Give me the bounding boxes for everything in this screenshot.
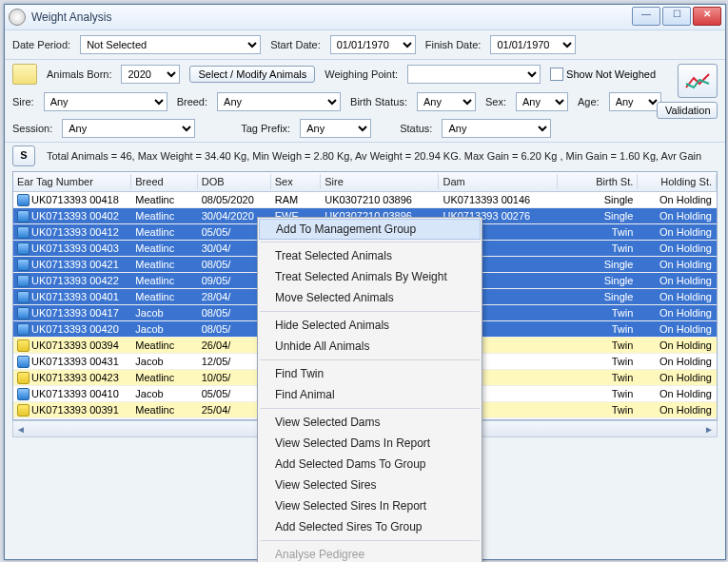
- tag-icon: [17, 356, 30, 368]
- col-sex[interactable]: Sex: [271, 174, 321, 189]
- tag-icon: [17, 291, 30, 303]
- sex-label: Sex:: [485, 96, 506, 107]
- start-date-select[interactable]: 01/01/1970: [330, 35, 416, 54]
- app-icon: [9, 9, 26, 26]
- tag-icon: [17, 259, 30, 271]
- menu-find-animal[interactable]: Find Animal: [258, 384, 482, 405]
- finish-date-label: Finish Date:: [425, 39, 482, 50]
- chart-button[interactable]: [678, 64, 718, 98]
- close-button[interactable]: ✕: [693, 7, 721, 26]
- start-date-label: Start Date:: [270, 39, 321, 50]
- menu-move-selected[interactable]: Move Selected Animals: [258, 287, 482, 308]
- tag-icon: [17, 388, 30, 400]
- finish-date-select[interactable]: 01/01/1970: [490, 35, 576, 54]
- date-period-select[interactable]: Not Selected: [80, 35, 261, 54]
- minimize-button[interactable]: —: [632, 7, 660, 26]
- menu-analyse-pedigree[interactable]: Analyse Pedigree: [258, 544, 482, 562]
- menu-add-to-management-group[interactable]: Add To Management Group: [259, 219, 481, 240]
- table-row[interactable]: UK0713393 00418Meatlinc08/05/2020RAMUK03…: [13, 192, 717, 208]
- scroll-left-icon[interactable]: ◄: [13, 424, 29, 435]
- menu-hide-selected[interactable]: Hide Selected Animals: [258, 315, 482, 336]
- scroll-right-icon[interactable]: ►: [701, 424, 717, 435]
- summary-text: Total Animals = 46, Max Weight = 34.40 K…: [41, 147, 707, 165]
- titlebar[interactable]: Weight Analysis — ☐ ✕: [5, 5, 725, 30]
- tag-icon: [17, 226, 30, 239]
- menu-add-selected-sires-group[interactable]: Add Selected Sires To Group: [258, 516, 482, 537]
- tag-icon: [17, 275, 30, 287]
- status-select[interactable]: Any: [442, 119, 551, 138]
- weighing-point-select[interactable]: [407, 65, 541, 84]
- tag-icon: [17, 404, 30, 417]
- col-ear-tag[interactable]: Ear Tag Number: [13, 174, 131, 189]
- tag-prefix-label: Tag Prefix:: [241, 123, 290, 134]
- session-label: Session:: [12, 123, 52, 134]
- session-select[interactable]: Any: [62, 119, 195, 138]
- sire-select[interactable]: Any: [44, 92, 167, 111]
- select-modify-button[interactable]: Select / Modify Animals: [189, 66, 315, 83]
- menu-unhide-all[interactable]: Unhide All Animals: [258, 336, 482, 357]
- show-not-weighed-label: Show Not Weighed: [566, 68, 656, 80]
- window-title: Weight Analysis: [31, 10, 112, 24]
- maximize-button[interactable]: ☐: [662, 7, 691, 26]
- s-button[interactable]: S: [12, 145, 35, 166]
- tag-icon: [17, 307, 30, 320]
- col-dob[interactable]: DOB: [198, 174, 271, 189]
- age-select[interactable]: Any: [609, 92, 661, 111]
- tag-icon: [17, 242, 30, 255]
- age-label: Age:: [578, 96, 600, 107]
- col-birth-st[interactable]: Birth St.: [558, 174, 639, 189]
- menu-view-selected-dams-report[interactable]: View Selected Dams In Report: [258, 433, 482, 454]
- menu-treat-selected-by-weight[interactable]: Treat Selected Animals By Weight: [258, 266, 482, 287]
- sex-select[interactable]: Any: [516, 92, 568, 111]
- col-dam[interactable]: Dam: [439, 174, 557, 189]
- col-sire[interactable]: Sire: [321, 174, 439, 189]
- menu-add-selected-dams-group[interactable]: Add Selected Dams To Group: [258, 454, 482, 475]
- breed-select[interactable]: Any: [217, 92, 341, 111]
- weight-analysis-window: Weight Analysis — ☐ ✕ Date Period: Not S…: [4, 4, 726, 560]
- show-not-weighed-checkbox[interactable]: Show Not Weighed: [550, 68, 656, 81]
- menu-view-selected-dams[interactable]: View Selected Dams: [258, 412, 482, 433]
- date-period-label: Date Period:: [12, 39, 70, 50]
- col-breed[interactable]: Breed: [131, 174, 197, 189]
- breed-label: Breed:: [177, 96, 207, 107]
- menu-treat-selected[interactable]: Treat Selected Animals: [258, 245, 482, 266]
- menu-find-twin[interactable]: Find Twin: [258, 363, 482, 384]
- birth-status-select[interactable]: Any: [417, 92, 476, 111]
- tag-icon: [17, 210, 30, 223]
- weighing-point-label: Weighing Point:: [325, 68, 398, 80]
- tag-icon: [17, 339, 30, 352]
- birth-status-label: Birth Status:: [350, 96, 407, 107]
- menu-view-selected-sires-report[interactable]: View Selected Sires In Report: [258, 495, 482, 516]
- col-holding-st[interactable]: Holding St.: [638, 174, 717, 189]
- animals-born-label: Animals Born:: [47, 68, 111, 80]
- status-label: Status:: [400, 123, 432, 134]
- tag-icon: [17, 323, 30, 336]
- menu-view-selected-sires[interactable]: View Selected Sires: [258, 475, 482, 495]
- tag-icon: [17, 194, 30, 206]
- context-menu: Add To Management Group Treat Selected A…: [257, 217, 482, 562]
- chart-icon: [684, 70, 711, 91]
- tag-icon: [17, 372, 30, 384]
- grid-header[interactable]: Ear Tag Number Breed DOB Sex Sire Dam Bi…: [13, 172, 717, 192]
- sire-label: Sire:: [12, 96, 34, 107]
- animals-icon: [12, 64, 37, 85]
- animals-born-select[interactable]: 2020: [121, 65, 180, 84]
- tag-prefix-select[interactable]: Any: [300, 119, 371, 138]
- validation-button[interactable]: Validation: [657, 102, 718, 119]
